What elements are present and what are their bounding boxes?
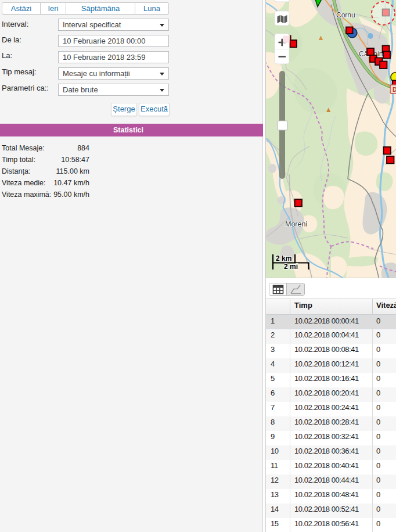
svg-text:2 mi: 2 mi: [284, 263, 298, 271]
svg-text:Moreni: Moreni: [285, 220, 307, 228]
svg-text:D: D: [393, 86, 396, 93]
svg-text:Cornu: Cornu: [336, 11, 355, 19]
svg-text:2 km: 2 km: [276, 254, 291, 263]
